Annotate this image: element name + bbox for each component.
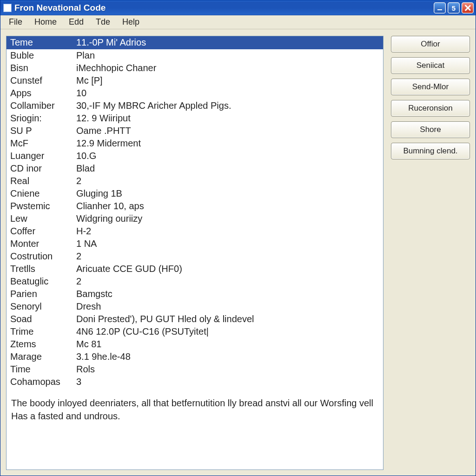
- row-key: Lew: [10, 212, 76, 225]
- row-key: Collamiber: [10, 99, 76, 112]
- row-value: 1 NA: [76, 238, 379, 250]
- list-row[interactable]: Apps10: [7, 87, 383, 99]
- row-key: Soad: [10, 313, 76, 325]
- list-row[interactable]: Real2: [7, 175, 383, 187]
- row-key: Cohamopas: [10, 376, 76, 388]
- menu-edd[interactable]: Edd: [63, 16, 89, 28]
- list-row[interactable]: ZtemsMc 81: [7, 338, 383, 350]
- list-row[interactable]: CunstefMc [P]: [7, 74, 383, 87]
- list-row[interactable]: BisniMechhopic Chaner: [7, 62, 383, 74]
- list-row[interactable]: Costrution2: [7, 250, 383, 263]
- row-key: Trime: [10, 325, 76, 338]
- list-row[interactable]: PwstemicClianher 10, aps: [7, 200, 383, 212]
- list-row[interactable]: CD inorBlad: [7, 162, 383, 175]
- menu-home[interactable]: Home: [29, 16, 62, 28]
- middle-caption-label: 5: [452, 4, 456, 12]
- row-value: 10: [76, 87, 379, 99]
- row-value: Dresh: [76, 300, 379, 313]
- seniicat-button[interactable]: Seniicat: [391, 57, 470, 74]
- list-row[interactable]: Sriogin:12. 9 Wiiriput: [7, 112, 383, 125]
- app-icon: [3, 4, 12, 12]
- description-text: The boody inloyed deenriaters, all that …: [7, 388, 383, 423]
- bumning-button[interactable]: Bumning clend.: [391, 143, 470, 159]
- list-row[interactable]: Trime4N6 12.0P (CU-C16 (PSUTyitet|: [7, 325, 383, 338]
- menu-tde[interactable]: Tde: [90, 16, 116, 28]
- list-row[interactable]: Monter1 NA: [7, 238, 383, 250]
- row-value: Plan: [76, 49, 379, 62]
- list-header[interactable]: Teme 11.-0P Mi' Adrios: [7, 36, 383, 49]
- list-row[interactable]: Beatuglic2: [7, 275, 383, 288]
- row-value: Doni Prested'), PU GUT Hled oly & lindev…: [76, 313, 379, 325]
- list-row[interactable]: SU POame .PHTT: [7, 125, 383, 137]
- row-key: Marage: [10, 350, 76, 363]
- row-value: 2: [76, 175, 379, 187]
- list-row[interactable]: ParienBamgstc: [7, 288, 383, 300]
- row-value: Blad: [76, 162, 379, 175]
- list-row[interactable]: CofferH-2: [7, 225, 383, 238]
- row-value: iMechhopic Chaner: [76, 62, 379, 74]
- row-value: 12. 9 Wiiriput: [76, 112, 379, 125]
- row-key: CD inor: [10, 162, 76, 175]
- close-icon: [464, 5, 471, 11]
- list-row[interactable]: TimeRols: [7, 363, 383, 376]
- row-key: Buble: [10, 49, 76, 62]
- middle-caption-button[interactable]: 5: [448, 2, 460, 13]
- offior-button[interactable]: Offior: [391, 36, 470, 53]
- close-button[interactable]: [462, 2, 474, 13]
- shore-button[interactable]: Shore: [391, 121, 470, 138]
- list-row[interactable]: SoadDoni Prested'), PU GUT Hled oly & li…: [7, 313, 383, 325]
- list-row[interactable]: TretllsAricuate CCE GUD (HF0): [7, 263, 383, 275]
- row-key: Luanger: [10, 150, 76, 162]
- list-row[interactable]: Marage3.1 9he.le-48: [7, 350, 383, 363]
- menu-help[interactable]: Help: [117, 16, 145, 28]
- row-value: Clianher 10, aps: [76, 200, 379, 212]
- row-key: Sriogin:: [10, 112, 76, 125]
- row-key: Beatuglic: [10, 275, 76, 288]
- row-key: Pwstemic: [10, 200, 76, 212]
- list-row[interactable]: Cohamopas3: [7, 376, 383, 388]
- row-key: Monter: [10, 238, 76, 250]
- list-row[interactable]: Collamiber30,-IF My MBRC Aricher Appled …: [7, 99, 383, 112]
- header-key: Teme: [10, 37, 76, 48]
- row-value: 2: [76, 250, 379, 263]
- row-value: 3: [76, 376, 379, 388]
- minimize-button[interactable]: [434, 2, 446, 13]
- list-row[interactable]: BublePlan: [7, 49, 383, 62]
- list-row[interactable]: CnieneGluging 1B: [7, 187, 383, 200]
- row-key: Coffer: [10, 225, 76, 238]
- titlebar: Fron Nevational Code 5: [0, 0, 476, 15]
- row-value: Rols: [76, 363, 379, 376]
- row-key: Time: [10, 363, 76, 376]
- list-row[interactable]: Luanger10.G: [7, 150, 383, 162]
- side-buttons: Offior Seniicat Send-Mlor Ruceronsion Sh…: [391, 36, 470, 470]
- row-key: Cniene: [10, 187, 76, 200]
- row-key: Real: [10, 175, 76, 187]
- send-mlor-button[interactable]: Send-Mlor: [391, 79, 470, 95]
- row-value: 30,-IF My MBRC Aricher Appled Pigs.: [76, 99, 379, 112]
- header-value: 11.-0P Mi' Adrios: [76, 37, 379, 48]
- row-key: McF: [10, 137, 76, 150]
- minimize-icon: [437, 9, 442, 10]
- row-key: SU P: [10, 125, 76, 137]
- row-key: Costrution: [10, 250, 76, 263]
- row-value: Aricuate CCE GUD (HF0): [76, 263, 379, 275]
- list-row[interactable]: SenorylDresh: [7, 300, 383, 313]
- row-value: Oame .PHTT: [76, 125, 379, 137]
- details-panel: Teme 11.-0P Mi' Adrios BublePlanBisniMec…: [6, 36, 383, 470]
- rows-container: BublePlanBisniMechhopic ChanerCunstefMc …: [7, 49, 383, 388]
- ruceronsion-button[interactable]: Ruceronsion: [391, 100, 470, 117]
- client-area: Teme 11.-0P Mi' Adrios BublePlanBisniMec…: [0, 29, 476, 476]
- row-key: Senoryl: [10, 300, 76, 313]
- row-key: Parien: [10, 288, 76, 300]
- row-key: Bisn: [10, 62, 76, 74]
- row-value: Widgring ouriizy: [76, 212, 379, 225]
- menu-file[interactable]: File: [3, 16, 28, 28]
- menubar: File Home Edd Tde Help: [0, 15, 476, 29]
- list-row[interactable]: McF12.9 Miderment: [7, 137, 383, 150]
- row-value: 10.G: [76, 150, 379, 162]
- row-value: 3.1 9he.le-48: [76, 350, 379, 363]
- row-value: Gluging 1B: [76, 187, 379, 200]
- row-value: 4N6 12.0P (CU-C16 (PSUTyitet|: [76, 325, 379, 338]
- window-title: Fron Nevational Code: [14, 3, 106, 13]
- list-row[interactable]: LewWidgring ouriizy: [7, 212, 383, 225]
